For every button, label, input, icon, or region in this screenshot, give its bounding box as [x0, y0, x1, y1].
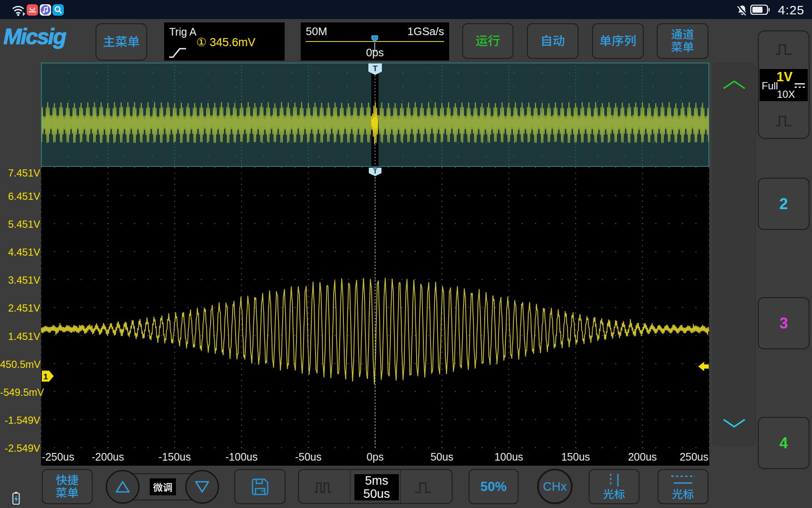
single-sequence-button[interactable]: 单序列 [592, 23, 644, 59]
adjust-down-button[interactable] [185, 470, 219, 504]
auto-label: 自动 [540, 35, 565, 48]
pulse-up-icon[interactable] [775, 43, 793, 55]
svg-text:1: 1 [44, 372, 48, 381]
voltage-tick-label: 2.451V [0, 302, 40, 314]
channel-1-bandwidth: Full [762, 80, 778, 92]
divider [350, 470, 351, 503]
svg-text:250us: 250us [680, 451, 708, 463]
svg-text:-50us: -50us [295, 451, 322, 463]
auto-button[interactable]: 自动 [527, 23, 579, 59]
channel-1-settings-box: 1V Full 10X [760, 69, 808, 101]
search-icon [52, 4, 64, 16]
timebase-panel[interactable]: 50M 1GSa/s 0ps [301, 22, 449, 61]
channel-menu-label-2: 菜单 [671, 41, 694, 54]
timebase-main-value: 5ms [365, 474, 388, 487]
zoom-overview-strip[interactable]: T [41, 63, 709, 167]
svg-text:-200us: -200us [92, 451, 124, 463]
clock: 4:25 [778, 3, 804, 17]
battery-icon [750, 5, 770, 15]
triangle-up-icon [115, 480, 130, 494]
notifications-off-icon [737, 5, 748, 16]
channel-4-label: 4 [779, 434, 788, 452]
svg-text:-100us: -100us [225, 451, 258, 463]
channel-menu-label-1: 通道 [671, 28, 694, 41]
fine-tune-toggle[interactable]: 微调 [150, 478, 176, 495]
channel-3-button[interactable]: 3 [758, 297, 809, 349]
brand-logo: Micsig [3, 24, 96, 49]
timebase-readout: 5ms 50us [354, 474, 399, 500]
run-label: 运行 [475, 35, 500, 48]
triangle-down-icon [195, 480, 210, 494]
svg-text:50us: 50us [431, 451, 453, 463]
vertical-cursor-icon [605, 473, 623, 487]
svg-text:200us: 200us [628, 451, 657, 463]
channel-2-label: 2 [779, 195, 788, 213]
svg-text:-150us: -150us [159, 451, 191, 463]
pulse-down-icon[interactable] [775, 114, 793, 127]
scroll-down-icon[interactable] [722, 418, 746, 429]
svg-text:150us: 150us [561, 451, 590, 463]
music-icon [40, 4, 51, 16]
voltage-tick-label: 4.451V [0, 246, 40, 258]
vertical-cursor-label: 光标 [603, 488, 625, 501]
horizontal-cursor-button[interactable]: 光标 [658, 469, 708, 504]
voltage-axis-labels: 7.451V6.451V5.451V4.451V3.451V2.451V1.45… [0, 167, 40, 455]
voltage-tick-label: 3.451V [0, 274, 40, 286]
save-icon [250, 477, 270, 497]
horizontal-cursor-icon [669, 473, 697, 487]
voltage-tick-label: 450.5mV [0, 359, 40, 370]
svg-text:0ps: 0ps [367, 451, 384, 463]
waveform-display[interactable]: 1T-250us-200us-150us-100us-50us0ps50us10… [41, 167, 709, 466]
device-battery-icon [12, 491, 20, 505]
timebase-button[interactable]: 5ms 50us [298, 469, 453, 504]
rising-edge-icon [168, 47, 187, 58]
appgallery-icon [27, 4, 38, 16]
svg-text:T: T [373, 64, 378, 73]
fifty-percent-button[interactable]: 50% [469, 469, 518, 504]
scroll-up-icon[interactable] [722, 79, 746, 90]
voltage-tick-label: 7.451V [0, 167, 40, 179]
trigger-title: Trig A [169, 26, 196, 38]
single-sequence-label: 单序列 [599, 35, 636, 48]
status-bar: 4:25 [0, 0, 812, 19]
voltage-tick-label: -1.549V [0, 414, 40, 426]
svg-text:T: T [373, 167, 378, 175]
main-menu-button[interactable]: 主菜单 [96, 23, 147, 61]
fine-tune-label: 微调 [153, 480, 173, 494]
run-button[interactable]: 运行 [462, 23, 513, 59]
chx-label: CHx [543, 480, 567, 494]
channel-2-button[interactable]: 2 [758, 178, 809, 230]
trigger-level-value: ① 345.6mV [196, 36, 255, 49]
shortcut-menu-button[interactable]: 快捷 菜单 [42, 469, 93, 504]
multi-pulse-icon [313, 481, 337, 494]
shortcut-menu-label-2: 菜单 [56, 487, 79, 500]
single-pulse-icon [414, 481, 436, 494]
channel-4-button[interactable]: 4 [758, 417, 809, 469]
trigger-info-panel[interactable]: Trig A ① 345.6mV [164, 22, 285, 61]
save-button[interactable] [234, 469, 285, 504]
svg-text:100us: 100us [494, 451, 523, 463]
channel-1-scale: 1V [776, 69, 793, 85]
svg-text:-250us: -250us [42, 451, 74, 463]
voltage-tick-label: 6.451V [0, 190, 40, 202]
chx-button[interactable]: CHx [537, 469, 573, 504]
wifi-icon [12, 4, 26, 16]
main-menu-label: 主菜单 [103, 36, 140, 49]
fifty-percent-label: 50% [480, 480, 507, 493]
trigger-position-label: 0ps [301, 46, 449, 59]
divider [400, 470, 401, 503]
channel-3-label: 3 [779, 315, 788, 332]
voltage-tick-label: -2.549V [0, 442, 40, 454]
channel-scroll-panel[interactable] [712, 63, 756, 446]
horizontal-cursor-label: 光标 [672, 488, 694, 501]
voltage-tick-label: 1.451V [0, 331, 40, 342]
shortcut-menu-label-1: 快捷 [56, 474, 79, 487]
channel-1-probe: 10X [777, 88, 795, 100]
adjust-up-button[interactable] [106, 470, 140, 504]
channel-menu-button[interactable]: 通道 菜单 [657, 23, 708, 59]
voltage-tick-label: 5.451V [0, 218, 40, 230]
channel-1-panel[interactable]: 1V Full 10X [758, 30, 809, 139]
vertical-cursor-button[interactable]: 光标 [589, 469, 639, 504]
voltage-tick-label: -549.5mV [0, 387, 40, 398]
timebase-zoom-value: 50us [363, 487, 390, 500]
